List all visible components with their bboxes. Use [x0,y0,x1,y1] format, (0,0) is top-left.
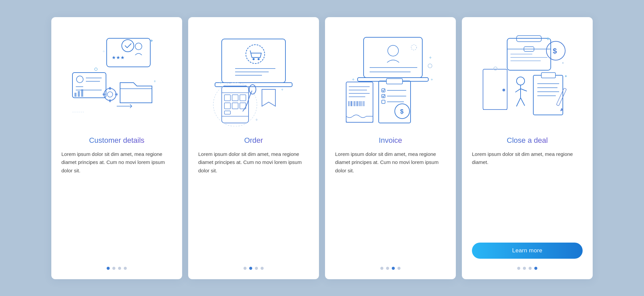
svg-rect-74 [386,79,402,84]
svg-point-101 [517,77,525,85]
svg-text:+: + [255,117,258,122]
svg-rect-0 [107,38,150,67]
svg-rect-13 [78,91,80,97]
svg-point-111 [494,67,497,70]
svg-text:★★★: ★★★ [112,55,125,60]
svg-point-16 [107,92,113,97]
dots-order [244,267,264,270]
svg-rect-39 [240,95,246,101]
svg-point-2 [135,43,142,50]
dot-2 [249,267,252,270]
svg-rect-6 [72,73,106,98]
dot-1 [244,267,247,270]
svg-text:+: + [219,80,222,85]
card-title-close-a-deal: Close a deal [507,136,548,145]
svg-text:+: + [281,87,283,92]
svg-point-23 [95,68,97,71]
svg-point-51 [388,45,398,56]
svg-rect-79 [382,100,385,103]
learn-more-button[interactable]: Learn more [472,243,583,259]
svg-rect-103 [533,75,563,115]
dot-3 [118,267,121,270]
svg-text:$: $ [553,47,557,55]
dot-3 [529,267,532,270]
svg-point-29 [253,58,255,60]
svg-text:- - - - - -: - - - - - - [72,110,84,114]
svg-text:+: + [431,77,433,82]
cards-container: ★★★ + ○ [38,4,606,293]
card-text-close-a-deal: Lorem ipsum dolor sit dim amet, mea regi… [472,150,583,237]
card-illustration-close-a-deal: $ ✦ ✦ ✦ [472,27,583,131]
svg-rect-20 [115,93,118,95]
dot-4 [261,267,264,270]
svg-rect-37 [224,95,230,101]
svg-rect-18 [109,99,111,102]
svg-text:○: ○ [103,49,105,53]
svg-text:✦: ✦ [561,61,564,65]
card-close-a-deal: $ ✦ ✦ ✦ [462,17,593,279]
card-illustration-customer-details: ★★★ + ○ [61,27,172,131]
dot-3 [255,267,258,270]
dot-3 [392,267,395,270]
svg-rect-43 [224,111,230,114]
dot-4 [534,267,537,270]
card-customer-details: ★★★ + ○ [51,17,182,279]
dot-2 [386,267,389,270]
dot-4 [124,267,127,270]
svg-text:+: + [150,38,153,43]
card-illustration-order: + + + [198,27,309,131]
svg-point-1 [122,40,134,52]
svg-point-28 [246,45,265,64]
card-title-order: Order [244,136,263,145]
card-illustration-invoice: + [335,27,446,131]
dots-close-a-deal [517,267,537,270]
card-text-customer-details: Lorem ipsum dolor sit dim amet, mea regi… [61,150,172,259]
dot-2 [523,267,526,270]
dot-1 [517,267,520,270]
card-order: + + + Order Lorem ipsum dolor sit dim am… [188,17,319,279]
svg-rect-12 [74,93,76,97]
svg-point-7 [76,76,83,83]
card-text-invoice: Lorem ipsum dolor sit dim amet, mea regi… [335,150,446,259]
svg-text:+: + [154,79,156,84]
svg-point-85 [428,64,432,68]
svg-rect-104 [541,73,555,78]
svg-rect-38 [232,95,238,101]
svg-rect-40 [224,103,230,109]
svg-point-48 [213,83,257,126]
dots-customer-details [107,267,127,270]
dot-2 [112,267,115,270]
svg-rect-26 [222,39,285,83]
svg-rect-109 [556,88,567,105]
svg-text:+: + [429,55,432,60]
svg-point-30 [258,58,260,60]
dot-1 [380,267,383,270]
card-text-order: Lorem ipsum dolor sit dim amet, mea regi… [198,150,309,259]
svg-text:+: + [352,77,355,82]
dot-1 [107,267,110,270]
dots-invoice [380,267,400,270]
svg-rect-41 [232,103,238,109]
svg-point-54 [411,45,417,50]
svg-rect-34 [222,86,249,123]
card-invoice: + [325,17,456,279]
svg-rect-49 [364,37,422,78]
card-title-invoice: Invoice [379,136,402,145]
svg-rect-14 [81,89,83,97]
card-title-customer-details: Customer details [89,136,144,145]
svg-point-99 [502,89,505,91]
svg-text:✦: ✦ [546,36,550,42]
svg-point-44 [249,85,256,94]
svg-rect-19 [103,93,105,95]
dot-4 [397,267,400,270]
svg-text:✦: ✦ [564,74,568,79]
svg-rect-17 [109,87,111,90]
svg-text:$: $ [400,108,404,115]
